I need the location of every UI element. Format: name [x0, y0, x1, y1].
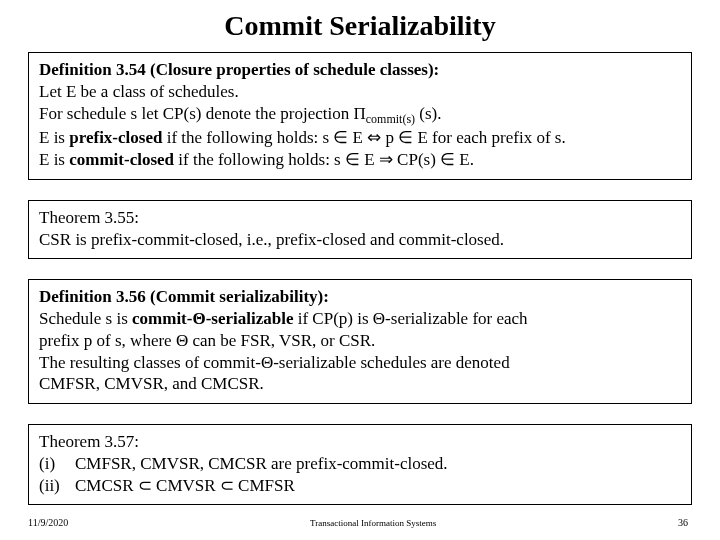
def-3-56-line4: The resulting classes of commit-Θ-serial… [39, 352, 681, 374]
footer-date: 11/9/2020 [28, 517, 68, 528]
def-3-56-line3: prefix p of s, where Θ can be FSR, VSR, … [39, 330, 681, 352]
definition-box-3-54: Definition 3.54 (Closure properties of s… [28, 52, 692, 180]
def-3-56-heading: Definition 3.56 (Commit serializability)… [39, 286, 681, 308]
def-3-56-line5: CMFSR, CMVSR, and CMCSR. [39, 373, 681, 395]
def-3-54-line3: For schedule s let CP(s) denote the proj… [39, 103, 681, 128]
theorem-box-3-55: Theorem 3.55: CSR is prefix-commit-close… [28, 200, 692, 260]
def-3-54-line4: E is prefix-closed if the following hold… [39, 127, 681, 149]
def-3-54-line2: Let E be a class of schedules. [39, 81, 681, 103]
theorem-box-3-57: Theorem 3.57: (i)CMFSR, CMVSR, CMCSR are… [28, 424, 692, 505]
slide-container: Commit Serializability Definition 3.54 (… [0, 0, 720, 540]
slide-footer: 11/9/2020 Transactional Information Syst… [28, 517, 688, 528]
thm-3-55-heading: Theorem 3.55: [39, 207, 681, 229]
footer-page-number: 36 [678, 517, 688, 528]
thm-3-55-body: CSR is prefix-commit-closed, i.e., prefi… [39, 229, 681, 251]
def-3-56-line2: Schedule s is commit-Θ-serializable if C… [39, 308, 681, 330]
page-title: Commit Serializability [28, 10, 692, 42]
footer-title: Transactional Information Systems [68, 518, 678, 528]
def-3-54-heading: Definition 3.54 (Closure properties of s… [39, 59, 681, 81]
def-3-54-line5: E is commit-closed if the following hold… [39, 149, 681, 171]
thm-3-57-item-2: (ii)CMCSR ⊂ CMVSR ⊂ CMFSR [39, 475, 681, 497]
thm-3-57-item-1: (i)CMFSR, CMVSR, CMCSR are prefix-commit… [39, 453, 681, 475]
thm-3-57-heading: Theorem 3.57: [39, 431, 681, 453]
definition-box-3-56: Definition 3.56 (Commit serializability)… [28, 279, 692, 404]
